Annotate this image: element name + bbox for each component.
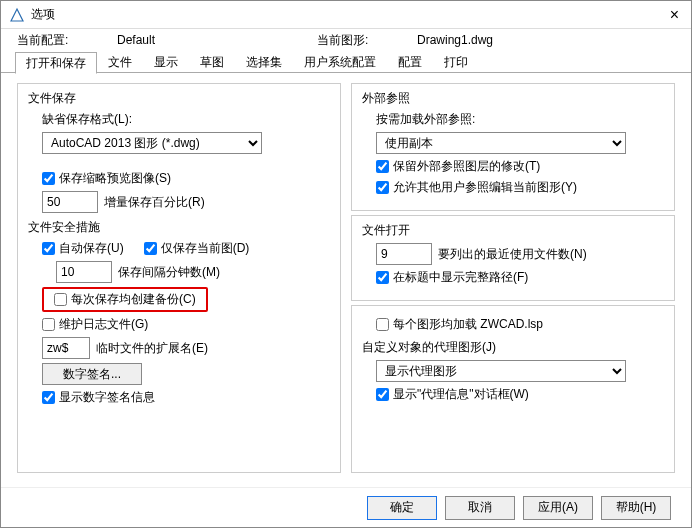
interval-input[interactable]: [56, 261, 112, 283]
xref-title: 外部参照: [362, 90, 664, 107]
backup-each-save-checkbox[interactable]: 每次保存均创建备份(C): [54, 291, 196, 308]
load-lsp-checkbox[interactable]: 每个图形均加载 ZWCAD.lsp: [376, 316, 664, 333]
current-drawing-label: 当前图形:: [317, 32, 417, 49]
right-column: 外部参照 按需加载外部参照: 使用副本 保留外部参照图层的修改(T) 允许其他用…: [351, 83, 675, 477]
only-current-label: 仅保存当前图(D): [161, 240, 250, 257]
close-icon[interactable]: ×: [666, 6, 683, 24]
window-title: 选项: [31, 6, 666, 23]
interval-label: 保存间隔分钟数(M): [118, 264, 220, 281]
tab-files[interactable]: 文件: [97, 51, 143, 73]
keep-layer-label: 保留外部参照图层的修改(T): [393, 158, 540, 175]
backup-each-save-label: 每次保存均创建备份(C): [71, 291, 196, 308]
info-row: 当前配置: Default 当前图形: Drawing1.dwg: [1, 29, 691, 51]
maintain-log-label: 维护日志文件(G): [59, 316, 148, 333]
full-path-label: 在标题中显示完整路径(F): [393, 269, 528, 286]
tab-display[interactable]: 显示: [143, 51, 189, 73]
tabstrip: 打开和保存 文件 显示 草图 选择集 用户系统配置 配置 打印: [1, 51, 691, 73]
tab-selection[interactable]: 选择集: [235, 51, 293, 73]
group-misc: 每个图形均加载 ZWCAD.lsp 自定义对象的代理图形(J) 显示代理图形 显…: [351, 305, 675, 473]
allow-edit-checkbox[interactable]: 允许其他用户参照编辑当前图形(Y): [376, 179, 664, 196]
temp-ext-input[interactable]: [42, 337, 90, 359]
ok-button[interactable]: 确定: [367, 496, 437, 520]
recent-files-input[interactable]: [376, 243, 432, 265]
options-dialog: 选项 × 当前配置: Default 当前图形: Drawing1.dwg 打开…: [0, 0, 692, 528]
keep-layer-checkbox[interactable]: 保留外部参照图层的修改(T): [376, 158, 664, 175]
tab-open-and-save[interactable]: 打开和保存: [15, 52, 97, 74]
temp-ext-label: 临时文件的扩展名(E): [96, 340, 208, 357]
current-config-value: Default: [117, 33, 317, 47]
group-xref: 外部参照 按需加载外部参照: 使用副本 保留外部参照图层的修改(T) 允许其他用…: [351, 83, 675, 211]
show-sig-info-checkbox[interactable]: 显示数字签名信息: [42, 389, 330, 406]
help-button[interactable]: 帮助(H): [601, 496, 671, 520]
content: 文件保存 缺省保存格式(L): AutoCAD 2013 图形 (*.dwg) …: [1, 73, 691, 487]
thumbnail-preview-checkbox[interactable]: 保存缩略预览图像(S): [42, 170, 330, 187]
apply-button[interactable]: 应用(A): [523, 496, 593, 520]
proxy-select[interactable]: 显示代理图形: [376, 360, 626, 382]
show-sig-info-label: 显示数字签名信息: [59, 389, 155, 406]
footer: 确定 取消 应用(A) 帮助(H): [1, 487, 691, 527]
only-current-checkbox[interactable]: 仅保存当前图(D): [144, 240, 250, 257]
tab-print[interactable]: 打印: [433, 51, 479, 73]
tab-profiles[interactable]: 配置: [387, 51, 433, 73]
file-open-title: 文件打开: [362, 222, 664, 239]
tab-user-preferences[interactable]: 用户系统配置: [293, 51, 387, 73]
xref-load-select[interactable]: 使用副本: [376, 132, 626, 154]
recent-files-label: 要列出的最近使用文件数(N): [438, 246, 587, 263]
allow-edit-label: 允许其他用户参照编辑当前图形(Y): [393, 179, 577, 196]
highlight-box: 每次保存均创建备份(C): [42, 287, 208, 312]
proxy-title: 自定义对象的代理图形(J): [362, 339, 664, 356]
show-proxy-info-checkbox[interactable]: 显示"代理信息"对话框(W): [376, 386, 664, 403]
show-proxy-info-label: 显示"代理信息"对话框(W): [393, 386, 529, 403]
digital-signature-button[interactable]: 数字签名...: [42, 363, 142, 385]
auto-save-checkbox[interactable]: 自动保存(U): [42, 240, 124, 257]
xref-load-label: 按需加载外部参照:: [376, 111, 664, 128]
maintain-log-checkbox[interactable]: 维护日志文件(G): [42, 316, 330, 333]
titlebar: 选项 ×: [1, 1, 691, 29]
app-icon: [9, 7, 25, 23]
file-safety-title: 文件安全措施: [28, 219, 330, 236]
default-format-label: 缺省保存格式(L):: [42, 111, 330, 128]
left-column: 文件保存 缺省保存格式(L): AutoCAD 2013 图形 (*.dwg) …: [17, 83, 341, 477]
incremental-save-input[interactable]: [42, 191, 98, 213]
auto-save-label: 自动保存(U): [59, 240, 124, 257]
group-file-open: 文件打开 要列出的最近使用文件数(N) 在标题中显示完整路径(F): [351, 215, 675, 301]
thumbnail-preview-label: 保存缩略预览图像(S): [59, 170, 171, 187]
current-drawing-value: Drawing1.dwg: [417, 33, 493, 47]
incremental-save-label: 增量保存百分比(R): [104, 194, 205, 211]
load-lsp-label: 每个图形均加载 ZWCAD.lsp: [393, 316, 543, 333]
current-config-label: 当前配置:: [17, 32, 117, 49]
default-format-select[interactable]: AutoCAD 2013 图形 (*.dwg): [42, 132, 262, 154]
cancel-button[interactable]: 取消: [445, 496, 515, 520]
file-save-title: 文件保存: [28, 90, 330, 107]
group-file-save: 文件保存 缺省保存格式(L): AutoCAD 2013 图形 (*.dwg) …: [17, 83, 341, 473]
tab-drafting[interactable]: 草图: [189, 51, 235, 73]
full-path-checkbox[interactable]: 在标题中显示完整路径(F): [376, 269, 664, 286]
